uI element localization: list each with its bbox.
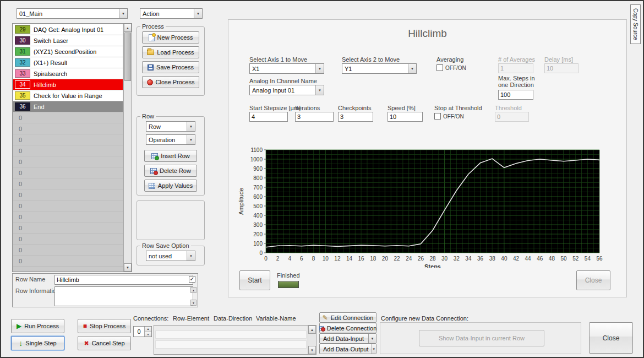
apply-values-label: Apply Values	[158, 182, 193, 189]
add-data-input-button[interactable]: Add Data-Input ▼	[319, 333, 376, 344]
action-select[interactable]: Action ▼	[140, 8, 203, 19]
step-row-empty[interactable]: 0	[13, 245, 123, 256]
step-row-34[interactable]: 34Hillclimb	[13, 79, 123, 90]
process-groupbox: Process New Process Load Process Save Pr…	[137, 23, 205, 96]
close-process-button[interactable]: Close Process	[142, 76, 199, 88]
step-row-empty[interactable]: 0	[13, 189, 123, 200]
iterations-input[interactable]	[295, 112, 334, 122]
step-row-empty[interactable]: 0	[13, 211, 123, 223]
step-row-33[interactable]: 33Spiralsearch	[13, 68, 123, 79]
row-groupbox-title: Row	[140, 113, 156, 120]
save-process-label: Save Process	[156, 64, 194, 70]
edit-connection-button[interactable]: ✎ Edit Connection	[319, 312, 376, 323]
empty-slot-label: 0	[13, 247, 22, 253]
step-row-empty[interactable]: 0	[13, 145, 123, 156]
step-row-empty[interactable]: 0	[13, 234, 123, 245]
step-row-36[interactable]: 36End	[13, 101, 123, 112]
main-process-select[interactable]: 01_Main ▼	[17, 8, 128, 19]
svg-text:22: 22	[394, 256, 401, 262]
row-save-option-select[interactable]: not used ▼	[146, 251, 195, 261]
new-process-button[interactable]: New Process	[142, 31, 199, 44]
row-index-spinner[interactable]: 0 ▲ ▼	[133, 326, 152, 337]
cancel-step-button[interactable]: ✖ Cancel Step	[78, 336, 131, 350]
svg-text:12: 12	[334, 256, 341, 262]
step-row-empty[interactable]: 0	[13, 178, 123, 189]
run-process-button[interactable]: ▶ Run Process	[11, 319, 64, 333]
analog-channel-label: Analog In Channel Name	[249, 78, 317, 84]
row-information-scrollbar[interactable]: ▲ ▼	[190, 287, 197, 306]
step-label: Switch Laser	[34, 37, 68, 44]
speed-input[interactable]	[388, 112, 423, 122]
row-name-input[interactable]	[54, 275, 193, 285]
step-row-empty[interactable]: 0	[13, 223, 123, 234]
step-row-empty[interactable]: 0	[13, 112, 123, 123]
averaging-toggle[interactable]: OFF/ON	[436, 64, 466, 71]
spin-down-icon[interactable]: ▼	[145, 332, 151, 337]
copy-source-button[interactable]: Copy Source	[630, 4, 641, 44]
scroll-up-icon[interactable]: ▲	[124, 24, 132, 32]
stop-threshold-checkbox[interactable]	[434, 113, 441, 120]
process-groupbox-title: Process	[140, 23, 166, 30]
spin-up-icon[interactable]: ▲	[145, 327, 151, 332]
step-row-31[interactable]: 31(XYZ1) SecondPosition	[13, 46, 123, 57]
step-row-empty[interactable]: 0	[13, 156, 123, 167]
axis1-select[interactable]: X1 ▼	[249, 63, 324, 74]
main-close-button[interactable]: Close	[589, 322, 633, 354]
step-row-empty[interactable]: 0	[13, 123, 123, 134]
row-name-checkbox[interactable]: ✓	[189, 276, 195, 283]
axis2-select[interactable]: Y1 ▼	[342, 63, 417, 74]
row-information-textarea[interactable]	[54, 286, 193, 306]
step-row-35[interactable]: 35Check for Value in Range	[13, 90, 123, 101]
step-list-scrollbar[interactable]: ▲ ▼	[123, 24, 132, 272]
analog-channel-select[interactable]: Analog Input 01 ▼	[249, 85, 324, 95]
empty-slot-label: 0	[13, 181, 22, 187]
connection-row[interactable]	[155, 330, 307, 339]
checkpoints-input[interactable]	[338, 112, 373, 122]
new-process-label: New Process	[157, 34, 193, 41]
step-row-empty[interactable]: 0	[13, 134, 123, 145]
chevron-down-icon[interactable]: ▼	[372, 344, 376, 354]
svg-text:50: 50	[561, 256, 567, 262]
delete-connection-button[interactable]: Delete Connection	[319, 323, 376, 333]
svg-text:26: 26	[418, 256, 424, 262]
row-index-value: 0	[134, 327, 144, 337]
step-row-empty[interactable]: 0	[13, 167, 123, 178]
scroll-thumb[interactable]	[124, 32, 131, 81]
svg-text:0: 0	[264, 256, 268, 262]
load-process-button[interactable]: Load Process	[142, 46, 199, 58]
single-step-button[interactable]: ↓ Single Step	[11, 336, 64, 350]
save-process-button[interactable]: Save Process	[142, 61, 199, 73]
scroll-up-icon[interactable]: ▲	[308, 326, 316, 334]
stepsize-input[interactable]	[249, 112, 288, 122]
delete-row-icon	[150, 168, 157, 174]
step-label: (XYZ1) SecondPosition	[34, 48, 96, 55]
connections-list[interactable]: ▲ ▼	[154, 325, 316, 355]
show-data-input-button[interactable]: Show Data-Input in current Row	[419, 330, 544, 346]
row-select[interactable]: Row ▼	[146, 121, 195, 132]
insert-row-button[interactable]: Insert Row	[144, 150, 197, 162]
svg-text:48: 48	[549, 256, 555, 262]
scroll-up-icon[interactable]: ▲	[190, 287, 197, 293]
scroll-down-icon[interactable]: ▼	[308, 346, 316, 354]
stop-threshold-toggle[interactable]: OFF/ON	[434, 113, 464, 120]
step-row-30[interactable]: 30Switch Laser	[13, 35, 123, 46]
scroll-down-icon[interactable]: ▼	[124, 263, 132, 272]
connection-row[interactable]	[155, 340, 307, 349]
averaging-checkbox[interactable]	[436, 64, 443, 71]
start-button[interactable]: Start	[239, 270, 270, 290]
stop-process-button[interactable]: ■ Stop Process	[78, 319, 131, 333]
step-row-empty[interactable]: 0	[13, 200, 123, 211]
add-data-output-button[interactable]: Add Data-Output ▼	[319, 344, 376, 354]
apply-values-button[interactable]: Apply Values	[144, 180, 197, 192]
step-row-32[interactable]: 32(X1+) Result	[13, 57, 123, 68]
spinner-buttons[interactable]: ▲ ▼	[144, 327, 151, 337]
step-row-empty[interactable]: 0	[13, 256, 123, 267]
max-steps-input[interactable]	[498, 90, 533, 100]
step-row-29[interactable]: 29DAQ Get: Analog Input 01	[13, 24, 123, 35]
operation-select[interactable]: Operation ▼	[146, 134, 195, 145]
scroll-down-icon[interactable]: ▼	[190, 300, 197, 306]
chevron-down-icon[interactable]: ▼	[368, 334, 376, 343]
delete-row-button[interactable]: Delete Row	[144, 165, 197, 177]
connections-scrollbar[interactable]: ▲ ▼	[308, 326, 316, 354]
panel-close-button[interactable]: Close	[576, 270, 610, 290]
